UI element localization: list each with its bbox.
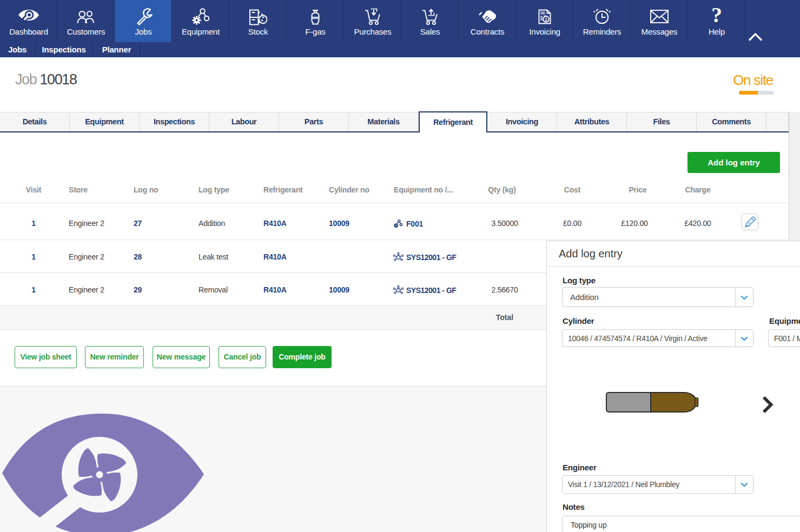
- svg-text:1: 1: [545, 17, 547, 22]
